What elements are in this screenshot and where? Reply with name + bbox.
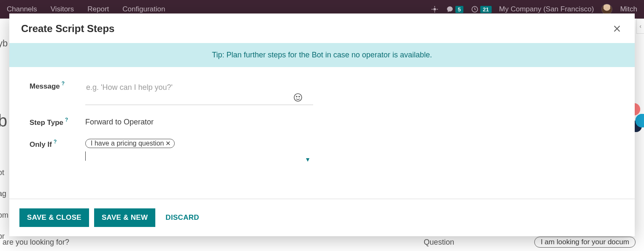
- tip-banner: Tip: Plan further steps for the Bot in c…: [9, 43, 635, 67]
- only-if-dropdown-caret[interactable]: ▼: [305, 156, 311, 163]
- message-label: Message: [30, 82, 60, 91]
- svg-point-3: [296, 96, 297, 97]
- emoji-picker-button[interactable]: [293, 92, 303, 103]
- form: Message ? Step Type ? Forward to Operato…: [9, 67, 635, 181]
- save-and-new-button[interactable]: SAVE & NEW: [94, 208, 155, 227]
- only-if-tag-remove[interactable]: ✕: [165, 140, 171, 147]
- modal-footer: SAVE & CLOSE SAVE & NEW DISCARD: [9, 199, 635, 236]
- step-type-label: Step Type: [30, 119, 63, 127]
- modal-header: Create Script Steps: [9, 13, 635, 43]
- svg-point-4: [299, 96, 300, 97]
- only-if-input-cursor: [85, 151, 86, 161]
- modal-overlay: Create Script Steps Tip: Plan further st…: [0, 0, 644, 251]
- only-if-tag-label: I have a pricing question: [91, 140, 164, 147]
- only-if-help-icon[interactable]: ?: [54, 139, 57, 147]
- only-if-field[interactable]: I have a pricing question ✕ ▼: [85, 139, 313, 166]
- only-if-label: Only If: [30, 140, 52, 149]
- close-button[interactable]: [611, 23, 623, 35]
- discard-button[interactable]: DISCARD: [160, 208, 207, 227]
- save-and-close-button[interactable]: SAVE & CLOSE: [19, 208, 89, 227]
- only-if-tag[interactable]: I have a pricing question ✕: [85, 139, 175, 148]
- step-type-help-icon[interactable]: ?: [65, 117, 68, 125]
- create-script-steps-modal: Create Script Steps Tip: Plan further st…: [9, 13, 635, 236]
- message-help-icon[interactable]: ?: [62, 81, 65, 89]
- svg-point-2: [294, 94, 302, 101]
- step-type-value[interactable]: Forward to Operator: [85, 117, 313, 127]
- modal-title: Create Script Steps: [21, 23, 114, 35]
- message-input[interactable]: [85, 81, 313, 105]
